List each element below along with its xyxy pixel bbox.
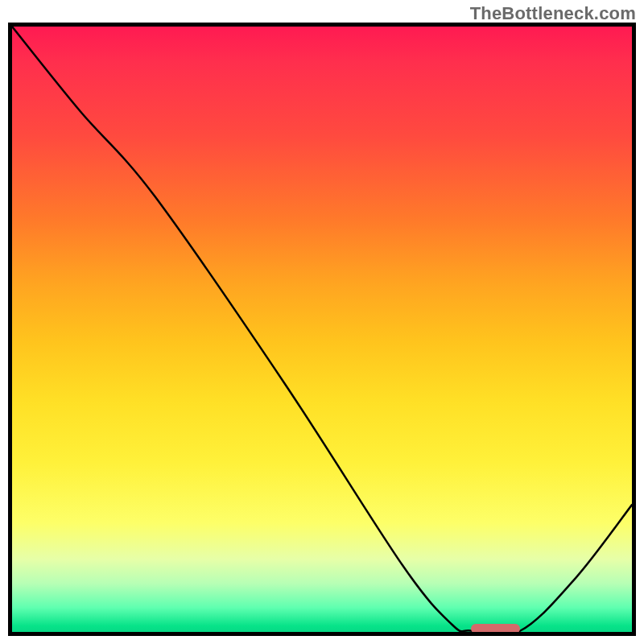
bottleneck-curve — [12, 27, 632, 632]
plot-frame — [8, 23, 636, 636]
plot-area — [12, 27, 632, 632]
curve-svg — [12, 27, 632, 632]
watermark-label: TheBottleneck.com — [470, 3, 636, 24]
optimal-range-marker — [471, 624, 521, 632]
